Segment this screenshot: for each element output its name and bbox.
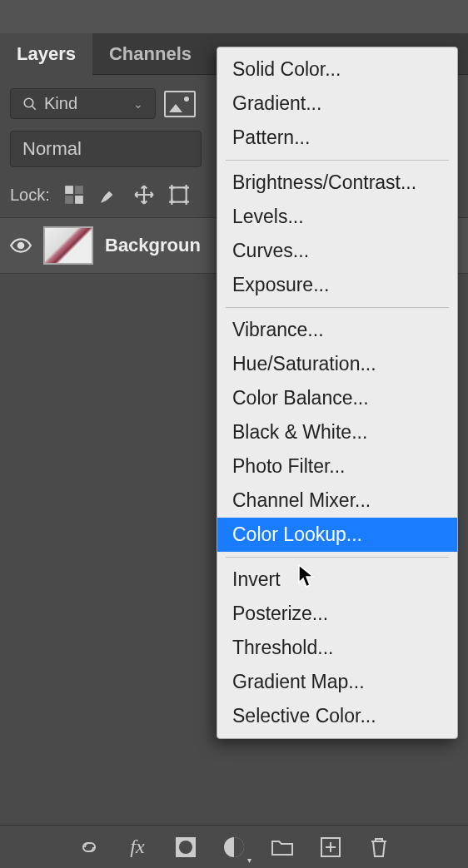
svg-rect-6	[172, 187, 186, 201]
menu-item-black-white[interactable]: Black & White...	[217, 415, 457, 449]
menu-item-levels[interactable]: Levels...	[217, 200, 457, 234]
svg-rect-4	[65, 196, 73, 204]
search-icon	[22, 97, 37, 112]
menu-item-gradient[interactable]: Gradient...	[217, 87, 457, 121]
menu-separator	[226, 307, 449, 308]
svg-point-7	[18, 243, 24, 249]
adjustment-layer-menu: Solid Color...Gradient...Pattern... Brig…	[217, 47, 458, 739]
menu-item-brightness-contrast[interactable]: Brightness/Contrast...	[217, 166, 457, 200]
link-layers-button[interactable]	[77, 835, 102, 860]
kind-filter-label: Kind	[44, 94, 77, 113]
menu-separator	[226, 557, 449, 558]
lock-move-icon[interactable]	[133, 184, 155, 206]
svg-rect-5	[75, 196, 83, 204]
lock-transparency-icon[interactable]	[63, 184, 85, 206]
menu-item-threshold[interactable]: Threshold...	[217, 631, 457, 665]
menu-separator	[226, 160, 449, 161]
menu-item-color-balance[interactable]: Color Balance...	[217, 381, 457, 415]
svg-rect-2	[65, 186, 73, 194]
layers-bottom-bar: fx ▾	[0, 825, 468, 868]
new-group-button[interactable]	[270, 835, 295, 860]
adjustment-layer-button[interactable]: ▾	[222, 835, 246, 860]
svg-point-0	[24, 98, 33, 107]
menu-item-solid-color[interactable]: Solid Color...	[217, 52, 457, 87]
blend-mode-value: Normal	[22, 138, 82, 159]
layer-thumbnail[interactable]	[43, 226, 93, 265]
menu-item-photo-filter[interactable]: Photo Filter...	[217, 449, 457, 484]
menu-item-vibrance[interactable]: Vibrance...	[217, 313, 457, 347]
menu-item-exposure[interactable]: Exposure...	[217, 268, 457, 302]
blend-mode-select[interactable]: Normal	[10, 131, 202, 167]
svg-rect-3	[75, 186, 83, 194]
tab-layers[interactable]: Layers	[0, 33, 92, 75]
layer-name: Backgroun	[105, 235, 201, 256]
lock-brush-icon[interactable]	[98, 184, 120, 206]
menu-item-selective-color[interactable]: Selective Color...	[217, 699, 457, 733]
menu-item-pattern[interactable]: Pattern...	[217, 121, 457, 155]
kind-filter-dropdown[interactable]: Kind ⌄	[10, 88, 156, 119]
delete-layer-button[interactable]	[366, 835, 391, 860]
menu-item-channel-mixer[interactable]: Channel Mixer...	[217, 484, 457, 518]
menu-item-color-lookup[interactable]: Color Lookup...	[217, 518, 457, 552]
layer-style-button[interactable]: fx	[125, 835, 150, 860]
visibility-eye-icon[interactable]	[10, 238, 32, 253]
lock-label: Lock:	[10, 186, 50, 205]
menu-item-invert[interactable]: Invert	[217, 563, 457, 597]
svg-line-1	[32, 106, 36, 110]
chevron-down-icon: ⌄	[133, 97, 143, 111]
layer-mask-button[interactable]	[173, 835, 198, 860]
tab-channels[interactable]: Channels	[92, 33, 208, 75]
lock-artboard-icon[interactable]	[168, 184, 190, 206]
menu-item-posterize[interactable]: Posterize...	[217, 597, 457, 631]
svg-point-9	[179, 841, 192, 854]
menu-item-hue-saturation[interactable]: Hue/Saturation...	[217, 347, 457, 381]
menu-item-curves[interactable]: Curves...	[217, 234, 457, 268]
menu-item-gradient-map[interactable]: Gradient Map...	[217, 665, 457, 699]
new-layer-button[interactable]	[318, 835, 343, 860]
filter-pixel-layers-icon[interactable]	[164, 91, 196, 117]
